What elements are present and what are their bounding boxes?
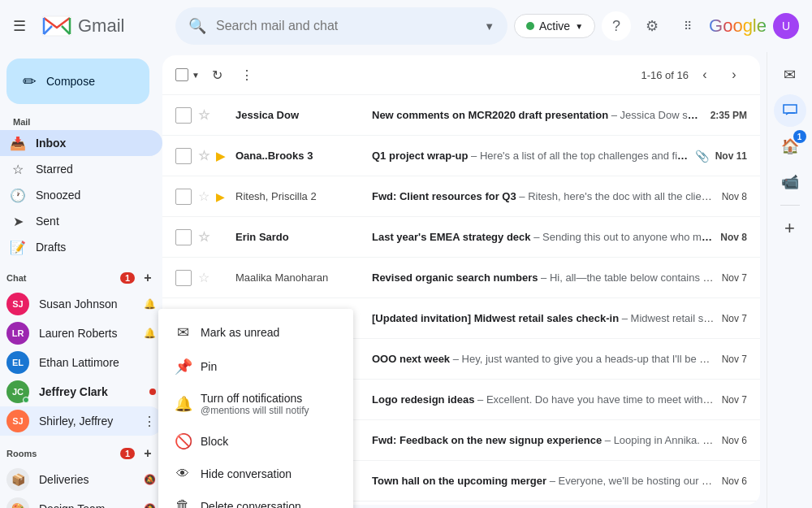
email-meta: Nov 7: [722, 313, 747, 324]
mail-section: Mail 📥 Inbox ☆ Starred 🕐 Snoozed ➤ Sent …: [0, 111, 162, 260]
nav-item-sent[interactable]: ➤ Sent: [0, 208, 162, 234]
nav-item-inbox[interactable]: 📥 Inbox: [0, 130, 162, 156]
email-date: Nov 7: [722, 354, 747, 365]
select-checkbox[interactable]: [175, 68, 188, 81]
ctx-item-pin[interactable]: 📌 Pin: [158, 350, 353, 384]
email-body: Fwd: Feedback on the new signup experien…: [372, 434, 715, 446]
shirley-more-icon[interactable]: ⋮: [143, 414, 156, 429]
deliveries-mute-icon: 🔕: [144, 474, 156, 485]
more-button[interactable]: ⋮: [234, 62, 260, 88]
compose-button[interactable]: ✏ Compose: [6, 59, 149, 104]
rooms-badge: 1: [120, 448, 135, 459]
email-row[interactable]: ☆ ▶ Oana..Brooks 3 Q1 project wrap-up – …: [162, 136, 760, 176]
help-icon: ?: [612, 18, 620, 35]
block-label: Block: [201, 435, 337, 448]
email-body: New comments on MCR2020 draft presentati…: [372, 109, 704, 121]
row-checkbox[interactable]: [175, 148, 192, 164]
email-date: Nov 8: [722, 191, 747, 202]
mark-unread-icon: ✉: [175, 323, 191, 341]
search-input[interactable]: [216, 19, 474, 33]
row-star-icon[interactable]: ☆: [198, 229, 209, 245]
room-item-deliveries[interactable]: 📦 Deliveries 🔕: [0, 465, 162, 494]
help-button[interactable]: ?: [602, 11, 631, 41]
email-date: Nov 7: [722, 394, 747, 406]
status-button[interactable]: Active ▼: [514, 14, 595, 38]
row-star-icon[interactable]: ☆: [198, 189, 209, 204]
email-subject: Fwd: Feedback on the new signup experien…: [372, 434, 602, 446]
row-checkbox[interactable]: [175, 270, 192, 286]
mail-panel-icon[interactable]: ✉: [774, 59, 806, 91]
susan-avatar: SJ: [6, 293, 29, 315]
row-checkbox[interactable]: [175, 107, 192, 124]
email-meta: Nov 6: [722, 475, 747, 487]
chat-panel-icon[interactable]: [774, 94, 806, 127]
ctx-item-block[interactable]: 🚫 Block: [158, 424, 353, 458]
chat-item-lauren-roberts[interactable]: LR Lauren Roberts 🔔: [0, 319, 162, 348]
chat-section: Chat 1 + SJ Susan Johnson 🔔 LR Lauren Ro…: [0, 267, 162, 436]
email-sender: Jessica Dow: [235, 109, 365, 121]
chat-item-shirley-jeffrey[interactable]: SJ Shirley, Jeffrey ⋮: [0, 406, 162, 436]
ctx-item-delete[interactable]: 🗑 Delete conversation: [158, 489, 353, 508]
email-preview: – Hey, just wanted to give you a heads-u…: [453, 353, 715, 365]
row-star-icon[interactable]: ☆: [198, 148, 209, 163]
email-subject: OOO next week: [372, 353, 450, 365]
susan-mute-icon: 🔔: [144, 298, 156, 310]
apps-button[interactable]: ⠿: [673, 11, 702, 41]
menu-icon[interactable]: ☰: [6, 11, 32, 41]
prev-page-button[interactable]: ‹: [692, 62, 718, 88]
row-checkbox[interactable]: [175, 229, 192, 245]
select-dropdown[interactable]: ▼: [190, 69, 201, 81]
email-row[interactable]: ☆ Maalika Manoharan Revised organic sear…: [162, 258, 760, 298]
email-subject: New comments on MCR2020 draft presentati…: [372, 109, 608, 121]
email-body: Q1 project wrap-up – Here's a list of al…: [372, 150, 689, 162]
email-preview: – Looping in Annika. The feedback we've.…: [605, 434, 715, 446]
email-preview: – Sending this out to anyone who missed …: [533, 231, 714, 243]
delete-icon: 🗑: [175, 497, 191, 508]
settings-button[interactable]: ⚙: [637, 11, 667, 41]
row-star-icon[interactable]: ☆: [198, 270, 209, 285]
row-checkbox[interactable]: [175, 189, 192, 205]
email-body: OOO next week – Hey, just wanted to give…: [372, 353, 715, 365]
email-row[interactable]: ☆ Jessica Dow New comments on MCR2020 dr…: [162, 95, 760, 136]
chat-item-susan-johnson[interactable]: SJ Susan Johnson 🔔: [0, 289, 162, 319]
chat-item-ethan-lattimore[interactable]: EL Ethan Lattimore: [0, 348, 162, 377]
nav-item-starred[interactable]: ☆ Starred: [0, 156, 162, 182]
jeffrey-unread-dot: [149, 389, 156, 395]
refresh-button[interactable]: ↻: [205, 62, 231, 88]
next-page-button[interactable]: ›: [721, 62, 747, 88]
main-layout: ✏ Compose Mail 📥 Inbox ☆ Starred 🕐 Snooz…: [0, 52, 812, 508]
hide-icon: 👁: [175, 467, 191, 481]
context-menu: ✉ Mark as unread 📌 Pin 🔔 Turn off notifi…: [158, 309, 353, 508]
email-preview: – Here's a list of all the top challenge…: [471, 150, 689, 162]
status-chevron: ▼: [575, 22, 583, 31]
panel-add-icon[interactable]: +: [774, 212, 806, 245]
email-row[interactable]: ☆ Erin Sardo Last year's EMEA strategy d…: [162, 217, 760, 258]
row-star-icon[interactable]: ☆: [198, 107, 209, 123]
ctx-item-mark-unread[interactable]: ✉ Mark as unread: [158, 315, 353, 350]
sent-label: Sent: [36, 215, 149, 228]
email-date: Nov 7: [722, 313, 747, 324]
snoozed-label: Snoozed: [36, 189, 149, 202]
ctx-item-notifications[interactable]: 🔔 Turn off notifications @mentions will …: [158, 384, 353, 424]
google-logo: Google: [709, 15, 767, 37]
rooms-add-icon[interactable]: +: [140, 445, 156, 462]
starred-icon: ☆: [10, 162, 26, 177]
chat-item-jeffrey-clark[interactable]: JC Jeffrey Clark: [0, 377, 162, 406]
email-date: Nov 8: [720, 232, 747, 243]
ctx-item-hide[interactable]: 👁 Hide conversation: [158, 458, 353, 489]
chat-add-icon[interactable]: +: [140, 270, 156, 286]
video-panel-icon[interactable]: 📹: [774, 166, 806, 198]
email-meta: Nov 7: [722, 394, 747, 406]
room-item-design-team[interactable]: 🎨 Design Team 🔕: [0, 494, 162, 508]
jeffrey-label: Jeffrey Clark: [39, 385, 140, 398]
nav-item-drafts[interactable]: 📝 Drafts: [0, 234, 162, 260]
avatar[interactable]: U: [773, 13, 799, 39]
email-row[interactable]: ☆ ▶ Ritesh, Priscilla 2 Fwd: Client reso…: [162, 176, 760, 217]
search-bar[interactable]: 🔍 ▼: [175, 7, 508, 45]
nav-item-snoozed[interactable]: 🕐 Snoozed: [0, 182, 162, 208]
toolbar: ▼ ↻ ⋮ 1-16 of 16 ‹ ›: [162, 55, 760, 95]
search-dropdown-icon[interactable]: ▼: [484, 20, 495, 33]
spaces-panel-icon[interactable]: 🏠 1: [774, 130, 806, 163]
row-label-icon: [216, 109, 229, 121]
email-body: Last year's EMEA strategy deck – Sending…: [372, 231, 714, 243]
